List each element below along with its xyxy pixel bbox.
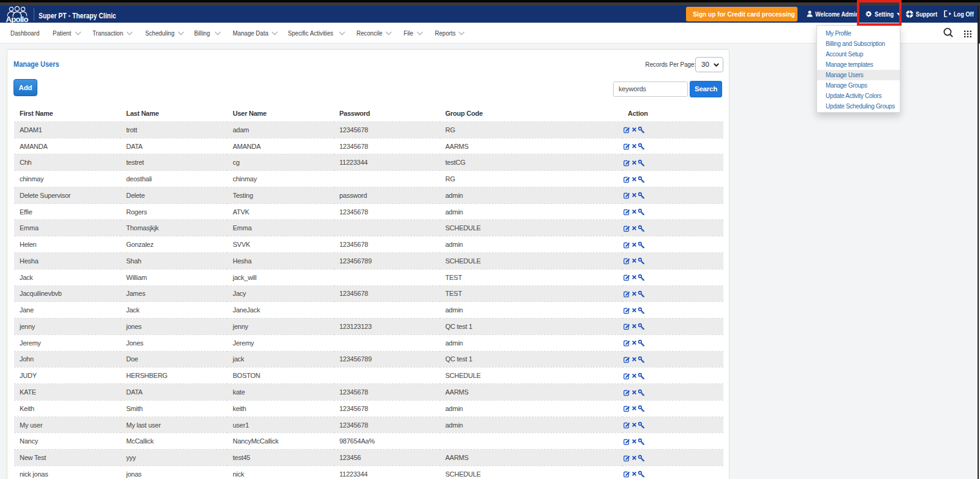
svg-text:Apollo: Apollo	[6, 14, 29, 23]
